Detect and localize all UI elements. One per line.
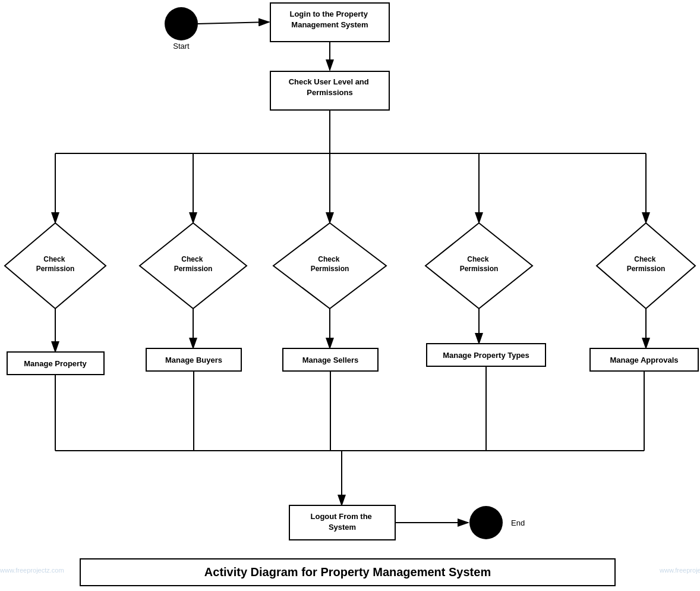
start-node <box>165 7 198 40</box>
manage-buyers-text: Manage Buyers <box>165 356 222 364</box>
diagram-container: Start Login to the Property Management S… <box>0 0 700 591</box>
manage-property-text: Manage Property <box>24 359 87 368</box>
diagram-title: Activity Diagram for Property Management… <box>204 565 491 579</box>
manage-prop-types-text: Manage Property Types <box>443 351 529 360</box>
end-label: End <box>511 518 525 527</box>
manage-sellers-text: Manage Sellers <box>302 356 359 364</box>
end-node <box>469 506 503 539</box>
manage-approvals-text: Manage Approvals <box>610 356 678 364</box>
start-label: Start <box>173 42 190 51</box>
